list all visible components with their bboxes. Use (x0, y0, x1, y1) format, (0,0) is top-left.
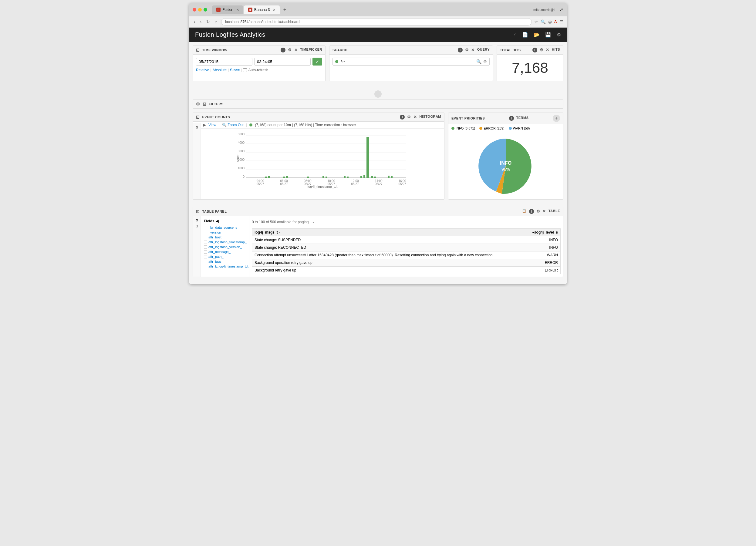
browser-close-btn[interactable] (193, 8, 196, 12)
table-gear-icon[interactable]: ⚙ (536, 209, 540, 214)
time-input[interactable] (254, 58, 311, 66)
field-link[interactable]: attr_message_ (208, 250, 231, 254)
hits-number: 7,168 (497, 55, 563, 81)
refresh-btn[interactable]: ↻ (205, 19, 211, 25)
histogram-view-link[interactable]: View (208, 123, 216, 127)
legend-warn: WARN (58) (509, 126, 530, 130)
hits-close-icon[interactable]: ✕ (546, 48, 549, 52)
search-gear-icon[interactable]: ⚙ (465, 48, 469, 52)
table-info-icon[interactable]: i (529, 209, 534, 214)
save-icon[interactable]: 💾 (545, 32, 551, 38)
field-link[interactable]: attr_tz.log4j_timestamp_tdt_ (208, 265, 250, 268)
open-folder-icon[interactable]: 📂 (534, 32, 540, 38)
field-checkbox[interactable] (204, 260, 207, 263)
field-link[interactable]: attr_logstash_timestamp_ (208, 240, 247, 244)
paging-next-arrow[interactable]: → (310, 220, 315, 224)
hits-info-icon[interactable]: i (532, 48, 537, 52)
tab-fusion[interactable]: F Fusion ✕ (212, 5, 243, 14)
field-checkbox[interactable] (204, 265, 207, 268)
field-checkbox[interactable] (204, 231, 207, 234)
search-add-icon[interactable]: ⊕ (483, 59, 487, 64)
forward-btn[interactable]: › (199, 19, 203, 25)
field-checkbox[interactable] (204, 226, 207, 229)
histogram-gear-icon[interactable]: ⚙ (407, 115, 411, 120)
app-container: Fusion Logfiles Analytics ⌂ 📄 📂 💾 ⚙ ⊡ TI… (189, 28, 567, 284)
field-link[interactable]: attr_host_ (208, 235, 223, 239)
field-checkbox[interactable] (204, 250, 207, 254)
apply-time-btn[interactable]: ✓ (312, 58, 322, 66)
settings-icon[interactable]: ⚙ (557, 32, 561, 38)
field-link[interactable]: attr_logstash_version_ (208, 245, 242, 249)
search-address-icon[interactable]: 🔍 (541, 19, 546, 24)
hits-gear-icon[interactable]: ⚙ (540, 48, 544, 52)
histogram-collapse-icon[interactable]: ⊡ (196, 115, 200, 120)
search-input[interactable] (341, 59, 474, 64)
histogram-zoom-link[interactable]: 🔍 Zoom Out (222, 123, 244, 127)
date-input[interactable] (196, 58, 252, 66)
auto-refresh-checkbox[interactable] (243, 68, 247, 72)
timepicker-gear-icon[interactable]: ⚙ (288, 48, 292, 52)
svg-text:05/27: 05/27 (398, 182, 406, 186)
svg-rect-17 (307, 177, 309, 178)
add-row-btn[interactable]: + (374, 90, 382, 98)
field-link[interactable]: _lw_data_source_s (208, 226, 237, 229)
field-checkbox[interactable] (204, 236, 207, 239)
field-link[interactable]: attr_path_ (208, 255, 224, 258)
expand-btn[interactable]: ⤢ (560, 7, 563, 12)
filters-gear-icon[interactable]: ⚙ (196, 102, 200, 106)
bookmark-icon[interactable]: ☆ (534, 19, 538, 24)
pie-chart: INFO 96% (475, 136, 536, 196)
table-row: State change: SUSPENDEDINFO (252, 236, 561, 244)
field-link[interactable]: attr_tags_ (208, 260, 223, 263)
timepicker-close-icon[interactable]: ✕ (294, 48, 298, 52)
histogram-info-icon[interactable]: i (400, 115, 405, 120)
timepicker-inputs: ✓ (196, 58, 322, 66)
svg-rect-25 (371, 176, 373, 178)
field-checkbox[interactable] (204, 241, 207, 244)
filters-collapse-icon[interactable]: ⊡ (203, 102, 207, 106)
new-file-icon[interactable]: 📄 (522, 32, 528, 38)
timepicker-collapse-icon[interactable]: ⊡ (196, 48, 200, 52)
browser-min-btn[interactable] (198, 8, 202, 12)
table-close-icon[interactable]: ✕ (542, 209, 546, 214)
browser-max-btn[interactable] (204, 8, 207, 12)
histogram-close-icon[interactable]: ✕ (413, 115, 417, 120)
menu-icon[interactable]: ☰ (559, 19, 563, 24)
add-panel-btn[interactable]: + (553, 115, 560, 122)
field-checkbox[interactable] (204, 245, 207, 249)
table-export-icon[interactable]: 📋 (522, 209, 527, 214)
histogram-side-icon[interactable]: ⚙ (195, 126, 198, 130)
auto-refresh-label[interactable]: Auto-refresh (243, 68, 268, 72)
user-account: mitzi.morris@l... (533, 8, 557, 12)
search-header: SEARCH i ⚙ ✕ QUERY (329, 46, 493, 55)
search-submit-icon[interactable]: 🔍 (476, 59, 481, 64)
user-menu-icon[interactable]: A (554, 19, 557, 24)
event-priorities-info-icon[interactable]: i (509, 116, 514, 121)
absolute-link[interactable]: Absolute (212, 68, 227, 72)
search-info-icon[interactable]: i (458, 48, 463, 52)
table-side-gear-icon[interactable]: ⚙ (195, 218, 198, 222)
tab-banana[interactable]: B Banana 3 ✕ (244, 5, 280, 14)
table-side-grid-icon[interactable]: ⊟ (195, 224, 198, 228)
fields-sidebar: Fields ◀ _lw_data_source_s_version_attr_… (201, 216, 249, 277)
timepicker-info-icon[interactable]: i (281, 48, 285, 52)
since-link[interactable]: Since (230, 68, 240, 72)
cell-level: INFO (530, 244, 560, 251)
tab-fusion-close[interactable]: ✕ (236, 8, 239, 12)
home-icon[interactable]: ⌂ (514, 32, 517, 38)
search-close-icon[interactable]: ✕ (471, 48, 475, 52)
svg-text:05/27: 05/27 (280, 182, 288, 186)
tab-banana-close[interactable]: ✕ (273, 8, 275, 12)
field-link[interactable]: _version_ (208, 231, 223, 234)
svg-rect-23 (360, 176, 362, 178)
cell-msg: Connection attempt unsuccessful after 15… (252, 251, 530, 259)
table-collapse-icon[interactable]: ⊡ (196, 209, 200, 214)
relative-link[interactable]: Relative (196, 68, 209, 72)
field-checkbox[interactable] (204, 255, 207, 258)
back-btn[interactable]: ‹ (193, 19, 197, 25)
home-btn[interactable]: ⌂ (214, 19, 218, 25)
address-input[interactable] (221, 18, 532, 25)
legend-warn-label: WARN (58) (513, 126, 530, 130)
new-tab-btn[interactable]: + (280, 5, 289, 14)
network-icon[interactable]: ◎ (548, 19, 552, 24)
